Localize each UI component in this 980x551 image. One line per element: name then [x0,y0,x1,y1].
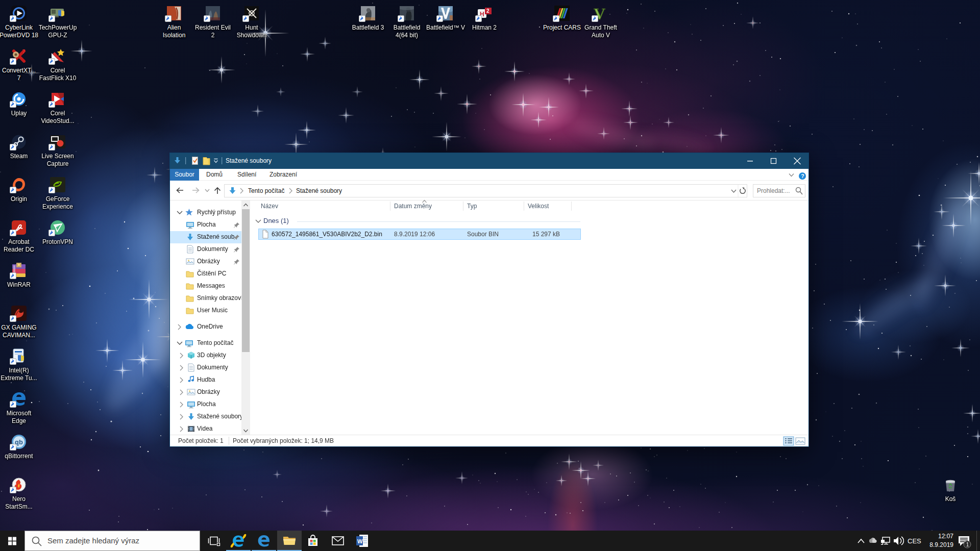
svg-text:2: 2 [486,8,489,14]
svg-text:7: 7 [22,49,26,55]
svg-text:1: 1 [966,542,969,547]
svg-text:?: ? [801,173,804,179]
svg-text:W: W [357,538,363,544]
